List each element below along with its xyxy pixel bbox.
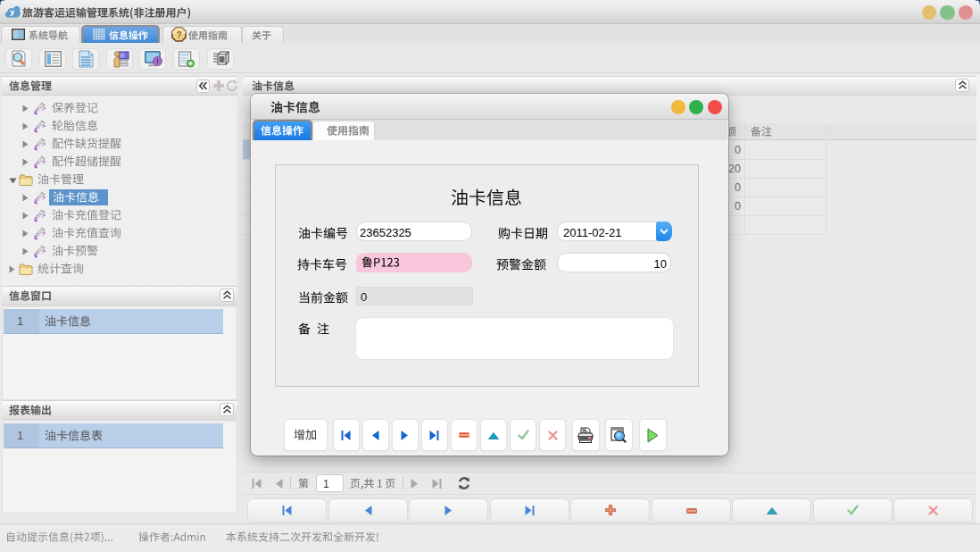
svg-text:?: ?: [176, 30, 181, 40]
